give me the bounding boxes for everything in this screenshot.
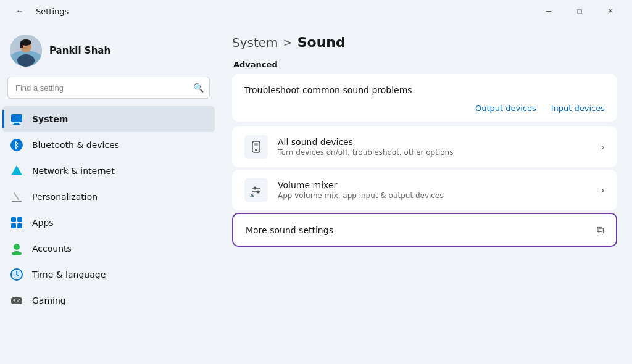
- sidebar-item-bluetooth[interactable]: ᛒ Bluetooth & devices: [2, 132, 215, 158]
- title-bar: ← Settings ─ □ ✕: [0, 0, 632, 22]
- apps-icon: [10, 216, 23, 230]
- bluetooth-icon: ᛒ: [10, 138, 23, 152]
- sidebar-item-label-gaming: Gaming: [32, 296, 66, 305]
- svg-marker-12: [11, 165, 22, 175]
- window-controls: ─ □ ✕: [534, 1, 625, 21]
- sidebar-item-label-accounts: Accounts: [32, 244, 72, 254]
- search-input[interactable]: [7, 77, 210, 99]
- svg-point-19: [14, 244, 20, 250]
- svg-rect-15: [11, 217, 16, 222]
- all-sound-icon-box: [244, 135, 268, 159]
- sidebar-item-label-network: Network & internet: [32, 166, 115, 176]
- svg-rect-7: [11, 114, 22, 122]
- breadcrumb-sep: >: [283, 36, 293, 49]
- volume-mixer-card: 🔊 Volume mixer App volume mix, app input…: [232, 170, 617, 210]
- more-sound-title: More sound settings: [246, 225, 597, 235]
- svg-point-20: [12, 251, 22, 255]
- window-title: Settings: [36, 7, 69, 16]
- more-sound-settings-card[interactable]: More sound settings ⧉: [232, 213, 617, 247]
- svg-rect-25: [11, 297, 22, 304]
- volume-mixer-desc: App volume mix, app input & output devic…: [278, 191, 596, 200]
- user-profile: Pankil Shah: [0, 27, 217, 77]
- svg-rect-9: [13, 124, 20, 125]
- sidebar-item-label-personalization: Personalization: [32, 192, 98, 202]
- avatar: [10, 35, 42, 67]
- main-content: System > Sound Advanced Troubleshoot com…: [217, 22, 632, 364]
- svg-text:🔊: 🔊: [250, 192, 256, 197]
- svg-point-34: [254, 187, 257, 190]
- volume-mixer-title: Volume mixer: [278, 180, 596, 190]
- svg-rect-16: [17, 217, 22, 222]
- close-icon: ✕: [607, 7, 613, 15]
- search-box: 🔍: [7, 77, 210, 99]
- svg-rect-27: [14, 299, 15, 302]
- sidebar-item-gaming[interactable]: Gaming: [2, 287, 215, 313]
- external-link-icon: ⧉: [597, 224, 604, 236]
- sidebar-item-time[interactable]: Time & language: [2, 262, 215, 287]
- svg-rect-13: [12, 201, 22, 202]
- svg-point-28: [19, 299, 20, 300]
- svg-point-3: [17, 54, 35, 67]
- troubleshoot-title: Troubleshoot common sound problems: [244, 85, 605, 95]
- sidebar-item-apps[interactable]: Apps: [2, 210, 215, 236]
- back-button[interactable]: ←: [10, 1, 30, 21]
- minimize-button[interactable]: ─: [534, 1, 563, 21]
- accounts-icon: [10, 242, 23, 255]
- volume-mixer-text: Volume mixer App volume mix, app input &…: [278, 180, 596, 200]
- breadcrumb: System > Sound: [232, 35, 617, 50]
- svg-rect-32: [254, 143, 258, 146]
- troubleshoot-card: Troubleshoot common sound problems Outpu…: [232, 74, 617, 122]
- all-sound-text: All sound devices Turn devices on/off, t…: [278, 137, 596, 157]
- volume-mixer-row[interactable]: 🔊 Volume mixer App volume mix, app input…: [232, 170, 617, 210]
- back-icon: ←: [16, 7, 23, 15]
- volume-mixer-icon-box: 🔊: [244, 178, 268, 202]
- sidebar-item-label-bluetooth: Bluetooth & devices: [32, 140, 119, 150]
- all-sound-desc: Turn devices on/off, troubleshoot, other…: [278, 148, 596, 157]
- svg-rect-18: [17, 223, 22, 228]
- sidebar-item-label-time: Time & language: [32, 270, 106, 279]
- svg-rect-14: [14, 192, 20, 201]
- network-icon: [10, 164, 23, 178]
- time-icon: [10, 268, 23, 281]
- maximize-button[interactable]: □: [565, 1, 594, 21]
- sidebar-item-network[interactable]: Network & internet: [2, 158, 215, 184]
- volume-mixer-chevron: ›: [601, 184, 605, 196]
- gaming-icon: [10, 294, 23, 307]
- sidebar-item-label-system: System: [32, 114, 68, 124]
- input-devices-link[interactable]: Input devices: [551, 104, 605, 113]
- section-label: Advanced: [232, 60, 617, 69]
- close-button[interactable]: ✕: [596, 1, 625, 21]
- app-body: Pankil Shah 🔍 System: [0, 22, 632, 364]
- svg-rect-6: [20, 43, 23, 48]
- system-icon: [10, 112, 23, 126]
- sidebar-item-accounts[interactable]: Accounts: [2, 236, 215, 262]
- nav-list: System ᛒ Bluetooth & devices Network &: [0, 106, 217, 313]
- svg-point-36: [257, 191, 260, 194]
- sidebar-item-label-apps: Apps: [32, 218, 54, 228]
- all-sound-card: All sound devices Turn devices on/off, t…: [232, 126, 617, 167]
- minimize-icon: ─: [546, 7, 552, 15]
- all-sound-chevron: ›: [601, 141, 605, 153]
- svg-point-31: [255, 149, 257, 151]
- sidebar-item-system[interactable]: System: [2, 106, 215, 132]
- personalization-icon: [10, 190, 23, 204]
- troubleshoot-links: Output devices Input devices: [244, 104, 605, 113]
- all-sound-devices-row[interactable]: All sound devices Turn devices on/off, t…: [232, 126, 617, 167]
- breadcrumb-current: Sound: [297, 35, 346, 50]
- user-name: Pankil Shah: [49, 45, 110, 56]
- sidebar-item-personalization[interactable]: Personalization: [2, 184, 215, 210]
- svg-text:ᛒ: ᛒ: [14, 141, 19, 150]
- sidebar: Pankil Shah 🔍 System: [0, 22, 217, 364]
- output-devices-link[interactable]: Output devices: [475, 104, 536, 113]
- breadcrumb-parent: System: [232, 35, 278, 50]
- svg-rect-8: [14, 123, 19, 124]
- all-sound-title: All sound devices: [278, 137, 596, 147]
- maximize-icon: □: [577, 7, 581, 15]
- svg-point-29: [17, 300, 19, 302]
- svg-rect-17: [11, 223, 16, 228]
